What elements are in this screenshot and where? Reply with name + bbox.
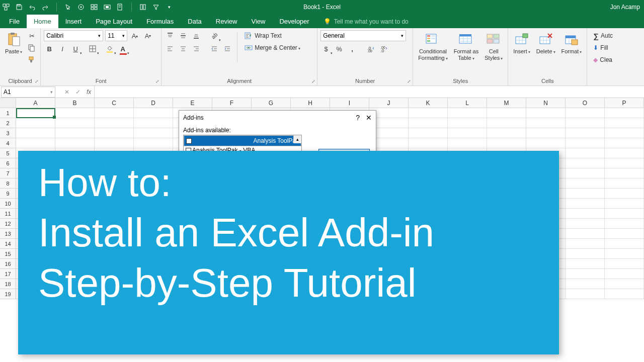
cursor-icon[interactable] (64, 3, 72, 11)
row-header[interactable]: 17 (0, 269, 16, 279)
cell[interactable] (55, 108, 95, 118)
row-header[interactable]: 1 (0, 108, 16, 118)
cell[interactable] (566, 189, 605, 199)
cell[interactable] (605, 128, 644, 138)
cell[interactable] (409, 118, 448, 128)
cell[interactable] (566, 158, 605, 168)
cell[interactable] (566, 108, 605, 118)
delete-cells-button[interactable]: Delete (534, 30, 557, 56)
cell[interactable] (566, 118, 605, 128)
font-color-button[interactable]: A▾ (117, 43, 128, 54)
cell[interactable] (409, 108, 448, 118)
cell[interactable] (448, 118, 487, 128)
tab-review[interactable]: Review (209, 15, 245, 28)
row-header[interactable]: 19 (0, 289, 16, 299)
cell[interactable] (487, 138, 526, 148)
column-header[interactable]: L (448, 98, 487, 108)
user-name[interactable]: Jon Acamp (610, 4, 640, 11)
cell[interactable] (605, 229, 644, 239)
row-header[interactable]: 6 (0, 158, 16, 168)
cell[interactable] (605, 118, 644, 128)
row-header[interactable]: 9 (0, 189, 16, 199)
percent-format-button[interactable]: % (334, 43, 345, 54)
row-header[interactable]: 5 (0, 148, 16, 158)
column-header[interactable]: B (55, 98, 95, 108)
row-header[interactable]: 4 (0, 138, 16, 148)
conditional-formatting-button[interactable]: Conditional Formatting (416, 30, 450, 62)
format-cells-button[interactable]: Format (559, 30, 584, 56)
cell[interactable] (605, 219, 644, 229)
cell[interactable] (605, 289, 644, 299)
row-header[interactable]: 18 (0, 279, 16, 289)
column-header[interactable]: J (369, 98, 409, 108)
macros-icon[interactable] (77, 3, 85, 11)
enter-formula-button[interactable]: ✓ (72, 88, 84, 96)
cell[interactable] (566, 259, 605, 269)
cell[interactable] (55, 138, 95, 148)
cell[interactable] (526, 108, 566, 118)
cell[interactable] (55, 118, 95, 128)
accounting-format-button[interactable]: $▾ (320, 43, 332, 54)
cell[interactable] (487, 118, 526, 128)
cell[interactable] (566, 128, 605, 138)
cell[interactable] (566, 239, 605, 249)
cell[interactable] (605, 148, 644, 158)
cell[interactable] (566, 279, 605, 289)
column-header[interactable]: A (16, 98, 55, 108)
column-header[interactable]: I (330, 98, 369, 108)
cell[interactable] (605, 199, 644, 209)
orientation-button[interactable]: ab▾ (209, 30, 220, 41)
format-as-table-button[interactable]: Format as Table (452, 30, 481, 62)
cell[interactable] (95, 128, 134, 138)
insert-cells-button[interactable]: Insert (511, 30, 532, 56)
cell[interactable] (448, 138, 487, 148)
tell-me-search[interactable]: 💡Tell me what you want to do (316, 15, 416, 28)
row-header[interactable]: 13 (0, 229, 16, 239)
row-header[interactable]: 7 (0, 168, 16, 178)
name-box[interactable]: A1▾ (1, 86, 55, 98)
comma-format-button[interactable]: , (347, 43, 358, 54)
cell[interactable] (605, 259, 644, 269)
align-top-button[interactable] (165, 30, 176, 41)
clear-button[interactable]: ◆Clea (590, 54, 615, 65)
column-header[interactable]: N (526, 98, 566, 108)
paste-button[interactable]: Paste (3, 30, 24, 56)
close-button[interactable]: ✕ (366, 114, 372, 122)
cell[interactable] (448, 108, 487, 118)
cell[interactable] (134, 138, 173, 148)
italic-button[interactable]: I (57, 43, 68, 54)
row-header[interactable]: 10 (0, 199, 16, 209)
cell[interactable] (526, 118, 566, 128)
row-header[interactable]: 15 (0, 249, 16, 259)
filter-icon[interactable] (152, 3, 160, 11)
customize-qat-icon[interactable] (2, 3, 10, 11)
cancel-formula-button[interactable]: ✕ (61, 88, 72, 96)
cell[interactable] (605, 178, 644, 189)
copy-button[interactable] (26, 42, 37, 53)
wrap-text-button[interactable]: Wrap Text (242, 30, 303, 41)
cell[interactable] (566, 138, 605, 148)
column-header[interactable]: C (95, 98, 134, 108)
tab-view[interactable]: View (244, 15, 272, 28)
cell[interactable] (526, 128, 566, 138)
row-header[interactable]: 3 (0, 128, 16, 138)
cell[interactable] (605, 249, 644, 259)
tab-pagelayout[interactable]: Page Layout (89, 15, 139, 28)
tab-home[interactable]: Home (27, 15, 58, 28)
cell[interactable] (16, 108, 55, 118)
screenshot-icon[interactable] (103, 3, 111, 11)
font-launcher[interactable]: ⤢ (155, 79, 159, 84)
cell[interactable] (566, 199, 605, 209)
modules-icon[interactable] (90, 3, 98, 11)
column-header[interactable]: M (487, 98, 526, 108)
column-header[interactable]: D (134, 98, 173, 108)
tab-developer[interactable]: Developer (272, 15, 316, 28)
row-header[interactable]: 11 (0, 209, 16, 219)
align-right-button[interactable] (191, 43, 202, 54)
bold-button[interactable]: B (44, 43, 55, 54)
alignment-launcher[interactable]: ⤢ (311, 79, 315, 84)
number-launcher[interactable]: ⤢ (407, 79, 411, 84)
cell[interactable] (55, 128, 95, 138)
cell[interactable] (566, 219, 605, 229)
tab-data[interactable]: Data (181, 15, 208, 28)
